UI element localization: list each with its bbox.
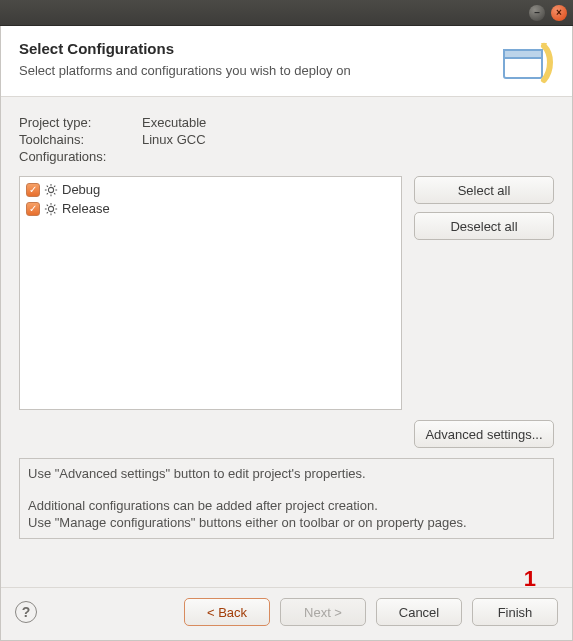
dialog-footer: ? < Back Next > Cancel Finish 1: [1, 587, 572, 640]
configuration-name: Debug: [62, 182, 100, 197]
configurations-list[interactable]: ✓Debug✓Release: [19, 176, 402, 410]
wizard-banner-icon: [500, 40, 554, 86]
configuration-checkbox[interactable]: ✓: [26, 183, 40, 197]
configurations-side-buttons: Select all Deselect all: [414, 176, 554, 410]
close-icon: ×: [556, 8, 562, 18]
finish-button[interactable]: Finish: [472, 598, 558, 626]
project-type-label: Project type:: [19, 115, 134, 130]
svg-point-12: [48, 206, 53, 211]
select-all-button[interactable]: Select all: [414, 176, 554, 204]
window-titlebar: – ×: [0, 0, 573, 26]
dialog-body: Select Configurations Select platforms a…: [0, 26, 573, 641]
minimize-icon: –: [534, 8, 540, 18]
svg-line-19: [47, 212, 48, 213]
meta-project-type: Project type: Executable: [19, 115, 554, 130]
window-close-button[interactable]: ×: [551, 5, 567, 21]
hint-line-2: Additional configurations can be added a…: [28, 498, 378, 513]
next-button: Next >: [280, 598, 366, 626]
svg-line-9: [54, 193, 55, 194]
advanced-row: Advanced settings...: [19, 420, 554, 448]
advanced-settings-button[interactable]: Advanced settings...: [414, 420, 554, 448]
svg-line-20: [54, 204, 55, 205]
back-button[interactable]: < Back: [184, 598, 270, 626]
dialog-content: Project type: Executable Toolchains: Lin…: [1, 97, 572, 587]
configuration-item[interactable]: ✓Debug: [26, 180, 395, 199]
dialog-subtitle: Select platforms and configurations you …: [19, 63, 351, 78]
dialog-title: Select Configurations: [19, 40, 351, 57]
configuration-gear-icon: [44, 183, 58, 197]
help-button[interactable]: ?: [15, 601, 37, 623]
configuration-item[interactable]: ✓Release: [26, 199, 395, 218]
svg-line-17: [47, 204, 48, 205]
svg-line-18: [54, 212, 55, 213]
toolchains-value: Linux GCC: [142, 132, 206, 147]
configurations-area: ✓Debug✓Release Select all Deselect all: [19, 176, 554, 410]
hint-line-1: Use "Advanced settings" button to edit p…: [28, 465, 545, 483]
header-text: Select Configurations Select platforms a…: [19, 40, 351, 78]
svg-line-10: [47, 193, 48, 194]
window-minimize-button[interactable]: –: [529, 5, 545, 21]
dialog-header: Select Configurations Select platforms a…: [1, 26, 572, 97]
configuration-gear-icon: [44, 202, 58, 216]
svg-rect-1: [504, 50, 542, 58]
hint-box: Use "Advanced settings" button to edit p…: [19, 458, 554, 539]
svg-line-8: [47, 185, 48, 186]
cancel-button[interactable]: Cancel: [376, 598, 462, 626]
deselect-all-button[interactable]: Deselect all: [414, 212, 554, 240]
configurations-label: Configurations:: [19, 149, 134, 164]
configuration-checkbox[interactable]: ✓: [26, 202, 40, 216]
svg-line-11: [54, 185, 55, 186]
svg-point-3: [48, 187, 53, 192]
meta-toolchains: Toolchains: Linux GCC: [19, 132, 554, 147]
meta-block: Project type: Executable Toolchains: Lin…: [19, 115, 554, 166]
hint-line-3: Use "Manage configurations" buttons eith…: [28, 515, 467, 530]
content-spacer: [19, 549, 554, 577]
configuration-name: Release: [62, 201, 110, 216]
meta-configurations: Configurations:: [19, 149, 554, 164]
project-type-value: Executable: [142, 115, 206, 130]
toolchains-label: Toolchains:: [19, 132, 134, 147]
